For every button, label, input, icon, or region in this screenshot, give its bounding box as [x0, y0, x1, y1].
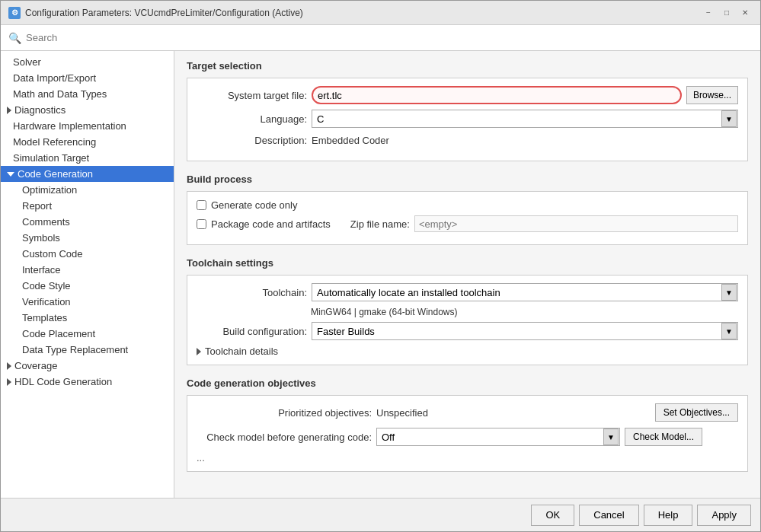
- content-panel: Target selection System target file: Bro…: [174, 51, 760, 498]
- toolchain-row: Toolchain: Automatically locate an insta…: [197, 283, 738, 301]
- sidebar-item-solver[interactable]: Solver: [1, 54, 174, 70]
- sidebar-item-symbols[interactable]: Symbols: [1, 230, 174, 246]
- language-select-wrap: C C++ ▼: [312, 110, 738, 128]
- help-button[interactable]: Help: [644, 505, 693, 526]
- sidebar-item-diagnostics[interactable]: Diagnostics: [1, 102, 174, 118]
- build-process-box: Generate code only Package code and arti…: [187, 191, 748, 245]
- prioritized-objectives-value: Unspecified: [376, 407, 651, 419]
- browse-button[interactable]: Browse...: [686, 86, 738, 104]
- cancel-button[interactable]: Cancel: [579, 505, 638, 526]
- set-objectives-button[interactable]: Set Objectives...: [655, 403, 738, 422]
- sidebar-item-custom-code[interactable]: Custom Code: [1, 246, 174, 262]
- code-gen-objectives-title: Code generation objectives: [187, 377, 748, 389]
- check-model-select[interactable]: Off: [376, 428, 620, 446]
- toolchain-details-label: Toolchain details: [205, 346, 278, 357]
- check-model-button[interactable]: Check Model...: [625, 428, 702, 446]
- code-generation-label: Code Generation: [18, 168, 93, 180]
- close-button[interactable]: ✕: [737, 6, 753, 20]
- toolchain-details-row[interactable]: Toolchain details: [197, 346, 738, 357]
- prioritized-objectives-row: Prioritized objectives: Unspecified Set …: [197, 403, 738, 422]
- sidebar-item-hardware-implementation[interactable]: Hardware Implementation: [1, 118, 174, 134]
- generate-code-only-label: Generate code only: [211, 199, 297, 211]
- ellipsis-text: ...: [197, 452, 738, 464]
- package-code-artifacts-row: Package code and artifacts Zip file name…: [197, 215, 738, 232]
- check-model-select-wrap: Off ▼: [376, 428, 620, 446]
- sidebar: Solver Data Import/Export Math and Data …: [1, 51, 174, 498]
- maximize-button[interactable]: □: [719, 6, 734, 20]
- toolchain-settings-section: Toolchain settings Toolchain: Automatica…: [187, 257, 748, 365]
- ok-button[interactable]: OK: [531, 505, 574, 526]
- sidebar-item-data-import-export[interactable]: Data Import/Export: [1, 70, 174, 86]
- target-selection-section: Target selection System target file: Bro…: [187, 60, 748, 161]
- sidebar-item-coverage[interactable]: Coverage: [1, 358, 174, 374]
- language-row: Language: C C++ ▼: [197, 110, 738, 128]
- toolchain-label: Toolchain:: [197, 287, 307, 298]
- toolchain-select-wrap: Automatically locate an installed toolch…: [312, 283, 738, 301]
- diagnostics-label: Diagnostics: [14, 104, 66, 116]
- sidebar-item-code-placement[interactable]: Code Placement: [1, 326, 174, 342]
- sidebar-item-math-data-types[interactable]: Math and Data Types: [1, 86, 174, 102]
- build-config-select[interactable]: Faster Builds: [312, 322, 738, 340]
- system-target-file-row: System target file: Browse...: [197, 86, 738, 104]
- sidebar-item-hdl-code-generation[interactable]: HDL Code Generation: [1, 374, 174, 390]
- target-selection-box: System target file: Browse... Language: …: [187, 78, 748, 161]
- toolchain-note: MinGW64 | gmake (64-bit Windows): [311, 307, 738, 317]
- zip-file-name-label: Zip file name:: [350, 218, 410, 230]
- description-row: Description: Embedded Coder: [197, 133, 738, 148]
- coverage-label: Coverage: [14, 360, 57, 371]
- minimize-button[interactable]: −: [701, 6, 716, 20]
- sidebar-item-comments[interactable]: Comments: [1, 214, 174, 230]
- app-icon: ⚙: [8, 7, 21, 19]
- coverage-arrow-icon: [7, 362, 11, 370]
- generate-code-only-checkbox[interactable]: [197, 200, 206, 210]
- prioritized-objectives-label: Prioritized objectives:: [197, 407, 372, 419]
- code-gen-objectives-section: Code generation objectives Prioritized o…: [187, 377, 748, 472]
- hdl-arrow-icon: [7, 378, 11, 386]
- sidebar-item-simulation-target[interactable]: Simulation Target: [1, 150, 174, 166]
- build-config-label: Build configuration:: [197, 326, 307, 337]
- sidebar-item-data-type-replacement[interactable]: Data Type Replacement: [1, 342, 174, 358]
- toolchain-details-arrow-icon: [197, 348, 201, 355]
- sidebar-item-interface[interactable]: Interface: [1, 262, 174, 278]
- system-target-file-label: System target file:: [197, 90, 307, 101]
- main-content: Solver Data Import/Export Math and Data …: [1, 51, 760, 498]
- package-code-artifacts-checkbox[interactable]: [197, 219, 206, 229]
- build-config-select-wrap: Faster Builds ▼: [312, 322, 738, 340]
- package-code-artifacts-label: Package code and artifacts: [211, 218, 331, 230]
- window-title: Configuration Parameters: VCUcmdPreLimit…: [25, 8, 303, 18]
- generate-code-only-row: Generate code only: [197, 199, 738, 211]
- hdl-label: HDL Code Generation: [14, 376, 112, 387]
- search-input[interactable]: [26, 32, 753, 43]
- build-process-title: Build process: [187, 174, 748, 185]
- sidebar-item-templates[interactable]: Templates: [1, 310, 174, 326]
- apply-button[interactable]: Apply: [697, 505, 751, 526]
- code-generation-arrow-icon: [7, 172, 14, 177]
- sidebar-item-code-generation[interactable]: Code Generation: [1, 166, 174, 182]
- code-gen-objectives-box: Prioritized objectives: Unspecified Set …: [187, 395, 748, 472]
- language-select[interactable]: C C++: [312, 110, 738, 128]
- toolchain-select[interactable]: Automatically locate an installed toolch…: [312, 283, 738, 301]
- check-model-row: Check model before generating code: Off …: [197, 428, 738, 446]
- system-target-file-input[interactable]: [312, 86, 682, 104]
- sidebar-item-code-style[interactable]: Code Style: [1, 278, 174, 294]
- toolchain-settings-title: Toolchain settings: [187, 257, 748, 269]
- toolchain-settings-box: Toolchain: Automatically locate an insta…: [187, 275, 748, 365]
- sidebar-item-optimization[interactable]: Optimization: [1, 182, 174, 198]
- title-bar: ⚙ Configuration Parameters: VCUcmdPreLim…: [1, 1, 760, 25]
- sidebar-item-verification[interactable]: Verification: [1, 294, 174, 310]
- search-bar: 🔍: [1, 25, 760, 51]
- title-bar-controls: − □ ✕: [701, 6, 753, 20]
- sidebar-item-model-referencing[interactable]: Model Referencing: [1, 134, 174, 150]
- diagnostics-arrow-icon: [7, 107, 11, 114]
- target-selection-title: Target selection: [187, 60, 748, 72]
- search-icon: 🔍: [8, 32, 21, 44]
- build-process-section: Build process Generate code only Package…: [187, 174, 748, 245]
- main-window: ⚙ Configuration Parameters: VCUcmdPreLim…: [0, 0, 761, 532]
- sidebar-item-report[interactable]: Report: [1, 198, 174, 214]
- zip-file-name-input[interactable]: [414, 215, 738, 232]
- check-model-label: Check model before generating code:: [197, 432, 372, 443]
- build-config-row: Build configuration: Faster Builds ▼: [197, 322, 738, 340]
- description-label: Description:: [197, 135, 307, 146]
- language-label: Language:: [197, 113, 307, 125]
- bottom-bar: OK Cancel Help Apply: [1, 498, 760, 531]
